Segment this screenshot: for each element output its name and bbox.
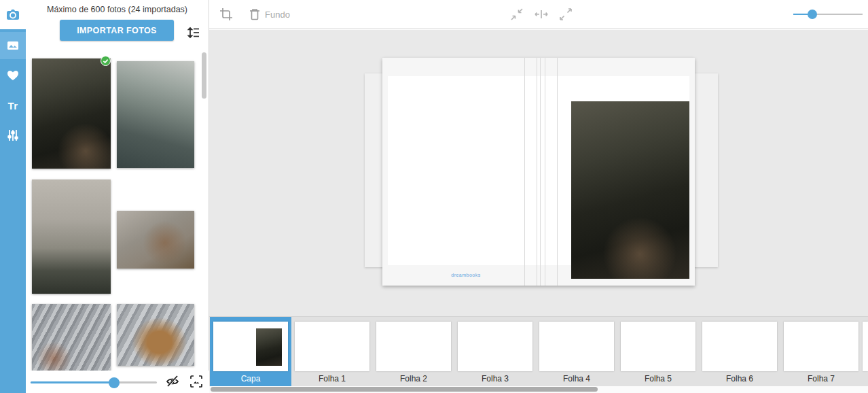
book-cover-spread[interactable]: dreambooks — [382, 58, 695, 286]
photo-thumbnail[interactable] — [32, 58, 111, 169]
filmstrip-page-folha-6[interactable]: Folha 6 — [699, 317, 780, 387]
photo-panel-footer — [26, 371, 209, 393]
zoom-slider-thumb[interactable] — [808, 10, 817, 19]
page-label: Folha 4 — [536, 374, 617, 383]
page-label: Capa — [210, 374, 291, 383]
page-thumbnail — [863, 322, 868, 371]
sidebar-item-photos[interactable] — [0, 32, 26, 59]
page-label: Folha 5 — [617, 374, 699, 383]
cover-pages[interactable]: dreambooks — [388, 76, 689, 265]
autofill-photos-icon[interactable] — [189, 374, 204, 389]
filmstrip-page-folha-4[interactable]: Folha 4 — [536, 317, 617, 387]
photo-thumbnail[interactable] — [32, 304, 111, 371]
crop-icon[interactable] — [219, 7, 234, 22]
filmstrip-page-folha-3[interactable]: Folha 3 — [454, 317, 536, 387]
sidebar-item-text[interactable]: Tr — [0, 92, 26, 119]
slider-thumb[interactable] — [109, 377, 120, 388]
page-label: Folha 1 — [291, 374, 373, 383]
filmstrip-page-partial[interactable] — [859, 317, 868, 387]
left-toolbar: Tr — [0, 0, 26, 393]
photo-panel: Máximo de 600 fotos (24 importadas) IMPO… — [26, 0, 209, 393]
sidebar-item-favorites[interactable] — [0, 62, 26, 89]
background-label: Fundo — [265, 10, 290, 20]
page-thumbnail — [213, 322, 288, 371]
photo-thumbnail[interactable] — [117, 211, 194, 269]
page-label: Folha 7 — [780, 374, 862, 383]
photo-thumbnail[interactable] — [117, 304, 194, 366]
expand-photo-icon[interactable] — [558, 7, 573, 22]
editor-toolbar: Fundo — [209, 0, 868, 29]
brand-logo: dreambooks — [429, 273, 503, 277]
heart-icon — [6, 69, 20, 82]
spine-line — [537, 58, 537, 286]
page-label: Folha 3 — [454, 374, 536, 383]
page-label: Folha 6 — [699, 374, 780, 383]
filmstrip-page-folha-1[interactable]: Folha 1 — [291, 317, 373, 387]
page-thumbnail — [539, 322, 614, 371]
scrollbar-thumb[interactable] — [202, 52, 206, 99]
spine-line — [557, 58, 558, 286]
page-thumbnail — [295, 322, 369, 371]
spine-line — [545, 58, 545, 286]
page-thumbnail — [621, 322, 695, 371]
sidebar-item-adjustments[interactable] — [0, 122, 26, 149]
photo-panel-scrollbar[interactable] — [202, 31, 207, 367]
trash-icon — [249, 7, 261, 21]
zoom-slider[interactable] — [793, 8, 863, 20]
spine-line — [540, 58, 541, 286]
stretch-horizontal-icon[interactable] — [534, 7, 549, 22]
photo-thumbnail[interactable] — [117, 61, 194, 168]
cover-photo[interactable] — [571, 101, 689, 279]
filmstrip-scrollbar[interactable] — [209, 386, 868, 393]
page-thumbnail — [458, 322, 532, 371]
adjustments-icon — [6, 129, 20, 142]
filmstrip: Capa Folha 1 Folha 2 Folha 3 Folha 4 Fol… — [209, 316, 868, 386]
page-thumbnail — [702, 322, 777, 371]
spine-line — [524, 58, 525, 286]
filmstrip-page-folha-5[interactable]: Folha 5 — [617, 317, 699, 387]
hide-used-photos-icon[interactable] — [165, 374, 180, 389]
shrink-photo-icon[interactable] — [509, 7, 524, 22]
filmstrip-page-folha-7[interactable]: Folha 7 — [780, 317, 862, 387]
camera-icon — [5, 7, 20, 22]
page-label: Folha 2 — [373, 374, 454, 383]
scrollbar-thumb[interactable] — [211, 387, 598, 392]
canvas: dreambooks — [209, 30, 868, 316]
photo-used-badge — [101, 56, 111, 66]
text-icon: Tr — [7, 100, 18, 112]
filmstrip-page-folha-2[interactable]: Folha 2 — [373, 317, 454, 387]
sort-order-icon[interactable] — [186, 25, 201, 40]
filmstrip-page-capa[interactable]: Capa — [210, 317, 291, 387]
remove-background-button[interactable]: Fundo — [249, 7, 290, 22]
thumbnail-size-slider[interactable] — [31, 376, 157, 388]
photos-icon — [6, 39, 20, 52]
photo-count-label: Máximo de 600 fotos (24 importadas) — [26, 5, 209, 14]
page-thumbnail — [784, 322, 858, 371]
import-photos-button[interactable]: IMPORTAR FOTOS — [60, 20, 174, 41]
mini-cover-photo — [256, 328, 282, 366]
page-thumbnail — [376, 322, 451, 371]
photo-thumbnail[interactable] — [32, 180, 111, 294]
app-logo — [0, 0, 26, 29]
